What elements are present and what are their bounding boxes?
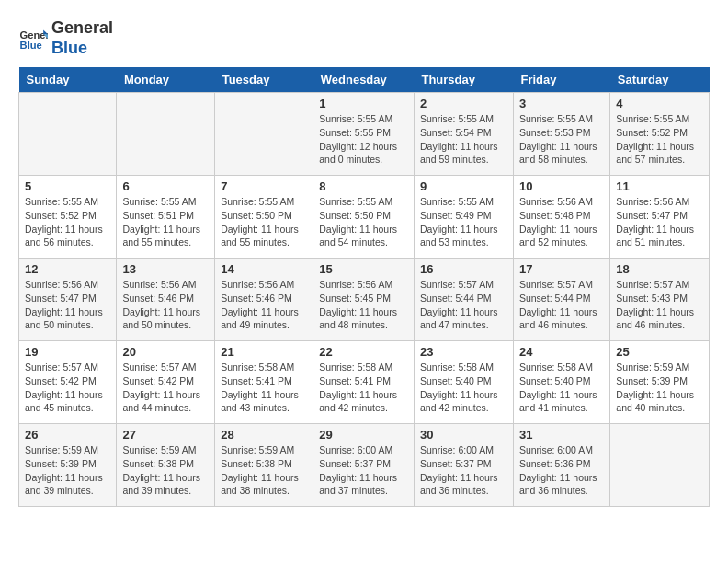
day-number: 29 (319, 428, 408, 442)
day-number: 19 (25, 345, 110, 359)
day-info: Sunrise: 5:55 AMSunset: 5:54 PMDaylight:… (420, 112, 507, 167)
day-info: Sunrise: 5:55 AMSunset: 5:53 PMDaylight:… (519, 112, 604, 167)
logo-icon: General Blue (18, 24, 48, 53)
calendar-cell: 15Sunrise: 5:56 AMSunset: 5:45 PMDayligh… (313, 259, 415, 341)
calendar-cell: 31Sunrise: 6:00 AMSunset: 5:36 PMDayligh… (513, 424, 609, 507)
day-number: 17 (519, 262, 604, 276)
svg-text:Blue: Blue (20, 40, 42, 51)
day-number: 18 (616, 262, 703, 276)
calendar-cell: 24Sunrise: 5:58 AMSunset: 5:40 PMDayligh… (513, 341, 609, 424)
day-info: Sunrise: 5:56 AMSunset: 5:47 PMDaylight:… (616, 195, 703, 249)
day-info: Sunrise: 5:59 AMSunset: 5:39 PMDaylight:… (616, 361, 703, 415)
weekday-header-row: SundayMondayTuesdayWednesdayThursdayFrid… (19, 67, 710, 93)
page-header: General Blue GeneralBlue (18, 18, 710, 58)
day-info: Sunrise: 5:55 AMSunset: 5:51 PMDaylight:… (122, 195, 209, 249)
calendar-week-row: 1Sunrise: 5:55 AMSunset: 5:55 PMDaylight… (19, 93, 710, 176)
day-number: 14 (221, 262, 307, 276)
calendar-week-row: 12Sunrise: 5:56 AMSunset: 5:47 PMDayligh… (19, 259, 710, 341)
day-number: 22 (319, 345, 408, 359)
calendar-cell (215, 93, 313, 176)
calendar-cell (117, 93, 215, 176)
day-info: Sunrise: 5:57 AMSunset: 5:42 PMDaylight:… (25, 361, 110, 415)
day-info: Sunrise: 6:00 AMSunset: 5:36 PMDaylight:… (519, 443, 604, 498)
calendar-cell: 27Sunrise: 5:59 AMSunset: 5:38 PMDayligh… (117, 424, 215, 507)
calendar-cell: 9Sunrise: 5:55 AMSunset: 5:49 PMDaylight… (414, 176, 513, 259)
day-info: Sunrise: 5:55 AMSunset: 5:55 PMDaylight:… (319, 112, 408, 167)
day-number: 26 (25, 428, 110, 442)
day-info: Sunrise: 5:55 AMSunset: 5:49 PMDaylight:… (420, 195, 507, 249)
day-number: 1 (319, 97, 408, 110)
day-number: 15 (319, 262, 408, 276)
day-info: Sunrise: 5:56 AMSunset: 5:46 PMDaylight:… (122, 278, 209, 332)
calendar-cell: 18Sunrise: 5:57 AMSunset: 5:43 PMDayligh… (610, 259, 710, 341)
weekday-header-wednesday: Wednesday (313, 67, 415, 93)
day-info: Sunrise: 5:59 AMSunset: 5:39 PMDaylight:… (25, 443, 110, 498)
calendar-cell: 2Sunrise: 5:55 AMSunset: 5:54 PMDaylight… (414, 93, 513, 176)
weekday-header-thursday: Thursday (414, 67, 513, 93)
day-info: Sunrise: 6:00 AMSunset: 5:37 PMDaylight:… (319, 443, 408, 498)
day-info: Sunrise: 5:59 AMSunset: 5:38 PMDaylight:… (122, 443, 209, 498)
calendar-cell: 6Sunrise: 5:55 AMSunset: 5:51 PMDaylight… (117, 176, 215, 259)
day-number: 8 (319, 179, 408, 193)
day-info: Sunrise: 5:57 AMSunset: 5:42 PMDaylight:… (122, 361, 209, 415)
day-info: Sunrise: 5:56 AMSunset: 5:46 PMDaylight:… (221, 278, 307, 332)
day-number: 7 (221, 179, 307, 193)
calendar-cell: 1Sunrise: 5:55 AMSunset: 5:55 PMDaylight… (313, 93, 415, 176)
day-info: Sunrise: 5:55 AMSunset: 5:50 PMDaylight:… (221, 195, 307, 249)
day-number: 12 (25, 262, 110, 276)
calendar-week-row: 26Sunrise: 5:59 AMSunset: 5:39 PMDayligh… (19, 424, 710, 507)
day-number: 10 (519, 179, 604, 193)
calendar-cell: 21Sunrise: 5:58 AMSunset: 5:41 PMDayligh… (215, 341, 313, 424)
calendar-cell: 8Sunrise: 5:55 AMSunset: 5:50 PMDaylight… (313, 176, 415, 259)
calendar-cell: 26Sunrise: 5:59 AMSunset: 5:39 PMDayligh… (19, 424, 117, 507)
day-info: Sunrise: 5:56 AMSunset: 5:45 PMDaylight:… (319, 278, 408, 332)
day-number: 31 (519, 428, 604, 442)
calendar-cell: 30Sunrise: 6:00 AMSunset: 5:37 PMDayligh… (414, 424, 513, 507)
calendar-cell: 29Sunrise: 6:00 AMSunset: 5:37 PMDayligh… (313, 424, 415, 507)
day-number: 27 (122, 428, 209, 442)
calendar-cell: 25Sunrise: 5:59 AMSunset: 5:39 PMDayligh… (610, 341, 710, 424)
day-number: 4 (616, 97, 703, 110)
day-number: 11 (616, 179, 703, 193)
day-number: 28 (221, 428, 307, 442)
day-info: Sunrise: 6:00 AMSunset: 5:37 PMDaylight:… (420, 443, 507, 498)
day-number: 13 (122, 262, 209, 276)
day-number: 30 (420, 428, 507, 442)
calendar-cell: 13Sunrise: 5:56 AMSunset: 5:46 PMDayligh… (117, 259, 215, 341)
day-number: 16 (420, 262, 507, 276)
weekday-header-monday: Monday (117, 67, 215, 93)
calendar-table: SundayMondayTuesdayWednesdayThursdayFrid… (18, 67, 710, 507)
day-number: 2 (420, 97, 507, 110)
day-info: Sunrise: 5:57 AMSunset: 5:43 PMDaylight:… (616, 278, 703, 332)
day-info: Sunrise: 5:55 AMSunset: 5:50 PMDaylight:… (319, 195, 408, 249)
calendar-cell: 28Sunrise: 5:59 AMSunset: 5:38 PMDayligh… (215, 424, 313, 507)
calendar-cell: 7Sunrise: 5:55 AMSunset: 5:50 PMDaylight… (215, 176, 313, 259)
calendar-cell: 5Sunrise: 5:55 AMSunset: 5:52 PMDaylight… (19, 176, 117, 259)
day-info: Sunrise: 5:58 AMSunset: 5:41 PMDaylight:… (319, 361, 408, 415)
logo-text: GeneralBlue (51, 18, 113, 58)
calendar-cell: 14Sunrise: 5:56 AMSunset: 5:46 PMDayligh… (215, 259, 313, 341)
weekday-header-friday: Friday (513, 67, 609, 93)
calendar-cell: 22Sunrise: 5:58 AMSunset: 5:41 PMDayligh… (313, 341, 415, 424)
weekday-header-sunday: Sunday (19, 67, 117, 93)
day-number: 21 (221, 345, 307, 359)
day-number: 25 (616, 345, 703, 359)
calendar-cell: 3Sunrise: 5:55 AMSunset: 5:53 PMDaylight… (513, 93, 609, 176)
day-number: 3 (519, 97, 604, 110)
weekday-header-tuesday: Tuesday (215, 67, 313, 93)
day-number: 9 (420, 179, 507, 193)
calendar-cell: 10Sunrise: 5:56 AMSunset: 5:48 PMDayligh… (513, 176, 609, 259)
logo: General Blue GeneralBlue (18, 18, 113, 58)
day-info: Sunrise: 5:55 AMSunset: 5:52 PMDaylight:… (25, 195, 110, 249)
day-number: 5 (25, 179, 110, 193)
weekday-header-saturday: Saturday (610, 67, 710, 93)
day-info: Sunrise: 5:57 AMSunset: 5:44 PMDaylight:… (420, 278, 507, 332)
day-number: 24 (519, 345, 604, 359)
day-number: 6 (122, 179, 209, 193)
calendar-cell: 16Sunrise: 5:57 AMSunset: 5:44 PMDayligh… (414, 259, 513, 341)
day-info: Sunrise: 5:55 AMSunset: 5:52 PMDaylight:… (616, 112, 703, 167)
day-info: Sunrise: 5:58 AMSunset: 5:41 PMDaylight:… (221, 361, 307, 415)
day-info: Sunrise: 5:56 AMSunset: 5:48 PMDaylight:… (519, 195, 604, 249)
day-info: Sunrise: 5:58 AMSunset: 5:40 PMDaylight:… (420, 361, 507, 415)
calendar-cell (19, 93, 117, 176)
